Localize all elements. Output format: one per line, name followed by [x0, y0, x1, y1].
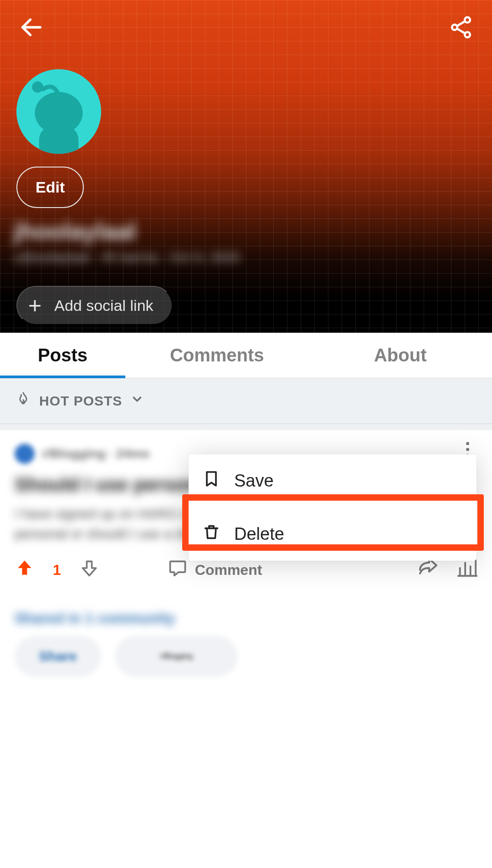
add-social-link-button[interactable]: + Add social link	[16, 286, 173, 325]
comment-label: Comment	[195, 562, 262, 579]
svg-line-5	[457, 29, 465, 33]
comment-button[interactable]: Comment	[168, 558, 262, 582]
menu-save-label: Save	[234, 471, 274, 491]
svg-point-6	[32, 81, 43, 93]
tab-comments[interactable]: Comments	[125, 333, 309, 378]
profile-meta: u/jhoolaylaal · 45 karma · Oct 9, 2020	[14, 249, 240, 265]
hot-icon	[15, 391, 31, 410]
share-chip[interactable]: Share	[15, 636, 101, 677]
svg-line-4	[457, 21, 465, 26]
upvote-button[interactable]	[15, 558, 35, 582]
trash-icon	[202, 522, 220, 546]
insights-button[interactable]	[456, 558, 477, 582]
menu-item-save[interactable]: Save	[189, 454, 477, 508]
header-topbar	[0, 9, 492, 46]
menu-item-delete[interactable]: Delete	[189, 508, 477, 561]
svg-rect-8	[39, 126, 79, 154]
subreddit-meta: r/Blogging · 24mo	[42, 447, 149, 461]
profile-tabs: Posts Comments About	[0, 333, 492, 378]
chevron-down-icon	[130, 392, 144, 409]
plus-icon: +	[28, 294, 41, 317]
add-social-label: Add social link	[54, 297, 153, 315]
share-chips: Share r/Blogging	[15, 636, 477, 677]
share-icon[interactable]	[448, 15, 474, 40]
tab-about[interactable]: About	[309, 333, 492, 378]
post-actions: 1 Comment	[15, 557, 477, 583]
sort-bar[interactable]: HOT POSTS	[0, 378, 492, 424]
shared-in-communities[interactable]: Shared in 1 community	[15, 610, 477, 627]
subreddit-avatar	[15, 444, 35, 464]
comment-icon	[168, 558, 188, 582]
avatar[interactable]	[16, 69, 101, 154]
bookmark-icon	[202, 469, 220, 493]
edit-button[interactable]: Edit	[16, 167, 84, 208]
sort-label: HOT POSTS	[39, 393, 122, 409]
tab-posts[interactable]: Posts	[0, 333, 125, 378]
profile-display-name: jhoolaylaal	[14, 218, 136, 245]
share-post-button[interactable]	[416, 557, 438, 583]
vote-count: 1	[53, 562, 61, 579]
profile-banner: Edit jhoolaylaal u/jhoolaylaal · 45 karm…	[0, 0, 492, 333]
divider	[0, 424, 492, 430]
back-icon[interactable]	[18, 14, 45, 41]
downvote-button[interactable]	[79, 558, 99, 582]
post-context-menu: Save Delete	[189, 454, 477, 561]
menu-delete-label: Delete	[234, 524, 284, 544]
community-chip[interactable]: r/Blogging	[115, 636, 238, 677]
